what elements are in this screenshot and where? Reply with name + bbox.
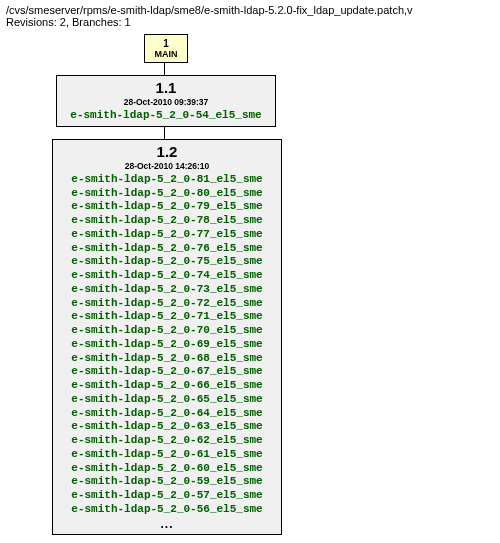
branch-number: 1: [147, 38, 185, 49]
branch-node-main[interactable]: 1 MAIN: [144, 34, 188, 63]
revision-tag: e-smith-ldap-5_2_0-57_el5_sme: [57, 489, 277, 503]
revision-node-1-2[interactable]: 1.2 28-Oct-2010 14:26:10 e-smith-ldap-5_…: [52, 139, 282, 535]
revision-tag: e-smith-ldap-5_2_0-73_el5_sme: [57, 283, 277, 297]
revision-node-1-1[interactable]: 1.1 28-Oct-2010 09:39:37 e-smith-ldap-5_…: [56, 75, 276, 127]
revision-tag: e-smith-ldap-5_2_0-65_el5_sme: [57, 393, 277, 407]
revision-date: 28-Oct-2010 14:26:10: [57, 161, 277, 171]
revision-tag: e-smith-ldap-5_2_0-77_el5_sme: [57, 228, 277, 242]
revision-tags: e-smith-ldap-5_2_0-81_el5_sme e-smith-ld…: [57, 173, 277, 532]
revision-tag: e-smith-ldap-5_2_0-78_el5_sme: [57, 214, 277, 228]
revision-tag: e-smith-ldap-5_2_0-56_el5_sme: [57, 503, 277, 517]
revision-number: 1.2: [57, 143, 277, 160]
revision-tag: e-smith-ldap-5_2_0-63_el5_sme: [57, 420, 277, 434]
revision-tag: e-smith-ldap-5_2_0-75_el5_sme: [57, 255, 277, 269]
revision-tag: e-smith-ldap-5_2_0-76_el5_sme: [57, 242, 277, 256]
revision-tag: e-smith-ldap-5_2_0-54_el5_sme: [61, 109, 271, 123]
revision-tag: e-smith-ldap-5_2_0-79_el5_sme: [57, 200, 277, 214]
branch-name: MAIN: [147, 49, 185, 59]
revision-date: 28-Oct-2010 09:39:37: [61, 97, 271, 107]
revision-tag: e-smith-ldap-5_2_0-64_el5_sme: [57, 407, 277, 421]
ellipsis-more: ...: [57, 517, 277, 532]
revision-tag: e-smith-ldap-5_2_0-67_el5_sme: [57, 365, 277, 379]
revision-tag: e-smith-ldap-5_2_0-61_el5_sme: [57, 448, 277, 462]
file-path: /cvs/smeserver/rpms/e-smith-ldap/sme8/e-…: [0, 0, 500, 16]
revision-tag: e-smith-ldap-5_2_0-71_el5_sme: [57, 310, 277, 324]
graph-connector: [164, 127, 165, 139]
revision-tag: e-smith-ldap-5_2_0-72_el5_sme: [57, 297, 277, 311]
revision-tag: e-smith-ldap-5_2_0-68_el5_sme: [57, 352, 277, 366]
revision-tag: e-smith-ldap-5_2_0-62_el5_sme: [57, 434, 277, 448]
revision-tag: e-smith-ldap-5_2_0-69_el5_sme: [57, 338, 277, 352]
revision-tag: e-smith-ldap-5_2_0-80_el5_sme: [57, 187, 277, 201]
graph-connector: [164, 63, 165, 75]
revision-tag: e-smith-ldap-5_2_0-66_el5_sme: [57, 379, 277, 393]
revisions-summary: Revisions: 2, Branches: 1: [0, 16, 500, 34]
revision-number: 1.1: [61, 79, 271, 96]
revision-tags: e-smith-ldap-5_2_0-54_el5_sme: [61, 109, 271, 123]
revision-tag: e-smith-ldap-5_2_0-70_el5_sme: [57, 324, 277, 338]
revision-tag: e-smith-ldap-5_2_0-60_el5_sme: [57, 462, 277, 476]
revision-tag: e-smith-ldap-5_2_0-81_el5_sme: [57, 173, 277, 187]
revision-tag: e-smith-ldap-5_2_0-59_el5_sme: [57, 475, 277, 489]
revision-graph: 1 MAIN 1.1 28-Oct-2010 09:39:37 e-smith-…: [16, 34, 500, 535]
revision-tag: e-smith-ldap-5_2_0-74_el5_sme: [57, 269, 277, 283]
